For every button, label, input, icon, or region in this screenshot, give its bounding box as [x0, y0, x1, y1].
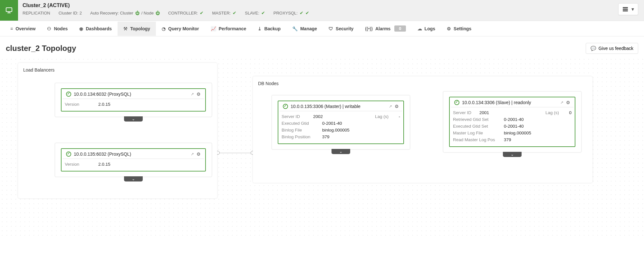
auto-recovery-text: Auto Recovery: Cluster	[90, 11, 133, 15]
kv-row: Version 2.0.15	[65, 101, 202, 108]
expand-handle[interactable]: ⌄	[124, 116, 143, 122]
node-header: 10.0.0.135:6032 (ProxySQL) ↗ ⚙	[63, 149, 204, 159]
node-card-slave[interactable]: 10.0.0.134:3306 (Slave) | readonly ↗ ⚙ S…	[449, 97, 575, 147]
kv-row: Read Master Log Pos379	[453, 136, 572, 143]
clock-icon: ◔	[162, 26, 166, 31]
status-controller: CONTROLLER: ✔	[168, 10, 204, 15]
status-proxysql: PROXYSQL: ✔ ✔	[274, 10, 309, 15]
tab-topology[interactable]: ⚒Topology	[118, 22, 156, 36]
tab-logs[interactable]: ☁Logs	[412, 22, 441, 36]
kv-key: Binlog Position	[282, 134, 316, 139]
tab-dashboards[interactable]: ◉Dashboards	[73, 22, 118, 36]
page-title: cluster_2 Topology	[6, 44, 76, 53]
node-card-proxysql[interactable]: 10.0.0.135:6032 (ProxySQL) ↗ ⚙ Version 2…	[61, 148, 206, 171]
tab-manage[interactable]: 🔧Manage	[286, 22, 323, 36]
node-actions-icon[interactable]: ⚙	[197, 92, 201, 97]
svg-rect-4	[623, 9, 628, 10]
node-header: 10.0.0.135:3306 (Master) | writable ↗ ⚙	[280, 101, 402, 111]
tab-label: Overview	[15, 26, 35, 31]
kv-key: Retrieved Gtid Set	[453, 117, 498, 122]
node-title: 10.0.0.135:6032 (ProxySQL)	[74, 152, 188, 157]
kv-row: Executed Gtid Set0-2001-40	[453, 123, 572, 130]
kv-row: Retrieved Gtid Set0-2001-40	[453, 116, 572, 123]
external-link-icon[interactable]: ↗	[389, 104, 392, 109]
kv-row: Binlog Filebinlog.000005	[282, 127, 400, 133]
tab-alarms[interactable]: ((•))Alarms0	[359, 21, 411, 36]
tab-security[interactable]: 🛡Security	[323, 22, 359, 36]
kv-value: -	[399, 114, 400, 119]
tab-nodes[interactable]: ⚇Nodes	[41, 22, 73, 36]
kv-key: Lag (s)	[375, 114, 389, 119]
kv-key: Binlog File	[282, 128, 316, 132]
feedback-button[interactable]: 💬 Give us feedback	[586, 43, 638, 54]
tab-backup[interactable]: ⤓Backup	[252, 22, 286, 36]
kv-row: Version 2.0.15	[65, 161, 202, 168]
external-link-icon[interactable]: ↗	[191, 152, 194, 156]
tab-label: Alarms	[375, 26, 390, 31]
panel-title: Load Balancers	[23, 67, 212, 73]
expand-handle[interactable]: ⌄	[332, 149, 350, 154]
chat-icon: 💬	[591, 46, 596, 51]
feedback-label: Give us feedback	[599, 46, 633, 51]
cloud-icon: ☁	[418, 26, 422, 31]
external-link-icon[interactable]: ↗	[560, 100, 563, 105]
external-link-icon[interactable]: ↗	[191, 92, 194, 96]
tab-performance[interactable]: 📈Performance	[205, 22, 252, 36]
tab-overview[interactable]: ≡Overview	[5, 22, 41, 36]
svg-rect-5	[623, 10, 628, 12]
node-title: 10.0.0.134:3306 (Slave) | readonly	[462, 100, 558, 105]
kv-key: Server ID	[282, 114, 309, 119]
kv-value: 2.0.15	[98, 102, 111, 107]
cluster-title: Cluster_2 (ACTIVE)	[23, 3, 614, 8]
kv-value: binlog.000005	[504, 131, 531, 135]
node-card-master[interactable]: 10.0.0.135:3306 (Master) | writable ↗ ⚙ …	[278, 101, 404, 144]
kv-value: 0	[569, 110, 572, 115]
tab-label: Performance	[219, 26, 246, 31]
broadcast-icon: ((•))	[365, 26, 373, 31]
node-shell: 10.0.0.134:3306 (Slave) | readonly ↗ ⚙ S…	[443, 91, 582, 152]
kv-key: Lag (s)	[545, 110, 559, 115]
kv-key: Version	[65, 102, 92, 107]
kv-key: Read Master Log Pos	[453, 137, 498, 142]
power-icon[interactable]: ⏻	[135, 11, 139, 15]
node-card-proxysql[interactable]: 10.0.0.134:6032 (ProxySQL) ↗ ⚙ Version 2…	[61, 88, 206, 112]
tab-label: Backup	[264, 26, 281, 31]
node-body: Server ID2001 Lag (s) 0 Retrieved Gtid S…	[450, 107, 575, 146]
panel-title: DB Nodes	[258, 81, 587, 86]
nav-tabs: ≡Overview ⚇Nodes ◉Dashboards ⚒Topology ◔…	[0, 21, 644, 36]
power-icon[interactable]: ⏻	[156, 11, 160, 15]
status-slave: SLAVE: ✔	[245, 10, 265, 15]
topology-canvas[interactable]: ››› Load Balancers 10.0.0.134:6032 (Prox…	[0, 57, 644, 238]
kv-value: 0-2001-40	[322, 121, 342, 126]
node-shell: 10.0.0.135:3306 (Master) | writable ↗ ⚙ …	[272, 95, 410, 150]
check-icon: ✔	[233, 10, 236, 15]
kv-value: 0-2001-40	[504, 124, 524, 129]
expand-handle[interactable]: ⌄	[503, 152, 522, 157]
wrench-icon: 🔧	[292, 26, 298, 31]
node-actions-icon[interactable]: ⚙	[566, 100, 570, 105]
cluster-select-button[interactable]: ▾	[618, 3, 638, 15]
kv-value: 379	[322, 134, 330, 139]
monitor-icon	[5, 6, 13, 14]
expand-handle[interactable]: ⌄	[124, 176, 143, 181]
status-ok-icon	[66, 152, 71, 157]
status-master: MASTER: ✔	[212, 10, 236, 15]
alarm-count-badge: 0	[394, 25, 406, 32]
check-icon: ✔	[305, 10, 309, 15]
panel-load-balancers: Load Balancers 10.0.0.134:6032 (ProxySQL…	[18, 63, 217, 198]
nodes-icon: ⚇	[47, 26, 51, 31]
svg-rect-0	[6, 8, 12, 12]
node-actions-icon[interactable]: ⚙	[395, 104, 399, 109]
node-shell: 10.0.0.135:6032 (ProxySQL) ↗ ⚙ Version 2…	[55, 143, 212, 177]
tab-settings[interactable]: ⚙Settings	[441, 22, 477, 36]
tab-query-monitor[interactable]: ◔Query Monitor	[156, 22, 205, 36]
status-label: PROXYSQL:	[274, 11, 298, 15]
cluster-id-label: Cluster ID: 2	[59, 11, 82, 15]
download-icon: ⤓	[258, 26, 262, 31]
cluster-type-icon	[0, 0, 18, 21]
node-actions-icon[interactable]: ⚙	[197, 152, 201, 157]
svg-rect-3	[623, 7, 628, 8]
node-header: 10.0.0.134:3306 (Slave) | readonly ↗ ⚙	[451, 97, 573, 107]
header-subrow: REPLICATION Cluster ID: 2 Auto Recovery:…	[23, 10, 614, 15]
tab-label: Settings	[454, 26, 471, 31]
